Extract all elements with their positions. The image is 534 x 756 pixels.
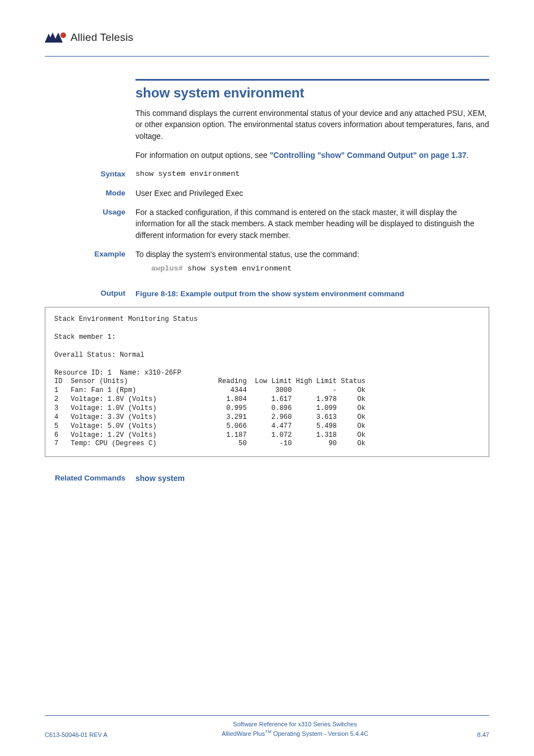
usage-value: For a stacked configuration, if this com… — [135, 207, 489, 241]
svg-point-3 — [60, 32, 66, 38]
related-commands-row: Related Commands show system — [45, 473, 489, 484]
syntax-label: Syntax — [45, 169, 135, 180]
heading-block: show system environment This command dis… — [135, 79, 489, 161]
page-footer: C613-50046-01 REV A Software Reference f… — [45, 720, 489, 738]
intro-p2-suffix: . — [466, 151, 469, 160]
related-show-system-link[interactable]: show system — [135, 474, 185, 483]
brand-header: Allied Telesis — [45, 28, 489, 47]
intro-paragraph-1: This command displays the current enviro… — [135, 108, 489, 142]
usage-label: Usage — [45, 207, 135, 218]
example-text: To display the system's environmental st… — [135, 250, 359, 259]
cli-command: show system environment — [183, 264, 292, 273]
page-title: show system environment — [135, 85, 489, 101]
footer-center-line2: AlliedWare PlusTM Operating System - Ver… — [134, 729, 456, 738]
footer-doc-id: C613-50046-01 REV A — [45, 731, 134, 738]
footer-product-name: AlliedWare Plus — [222, 730, 265, 737]
example-row: Example To display the system's environm… — [45, 249, 489, 274]
brand-name: Allied Telesis — [71, 31, 133, 44]
intro-paragraph-2: For information on output options, see "… — [135, 150, 489, 161]
footer-center: Software Reference for x310 Series Switc… — [134, 720, 456, 738]
syntax-value: show system environment — [135, 169, 489, 180]
header-divider — [45, 56, 489, 57]
footer-center-line1: Software Reference for x310 Series Switc… — [134, 720, 456, 729]
footer-version: Operating System - Version 5.4.4C — [271, 730, 368, 737]
example-command-line: awplus# show system environment — [151, 263, 489, 274]
mode-value: User Exec and Privileged Exec — [135, 188, 489, 199]
output-label: Output — [45, 288, 135, 299]
footer-divider — [45, 715, 489, 716]
intro-p2-prefix: For information on output options, see — [135, 151, 270, 160]
figure-caption: Figure 8-18: Example output from the sho… — [135, 290, 404, 298]
output-caption-wrap: Figure 8-18: Example output from the sho… — [135, 288, 489, 300]
mode-label: Mode — [45, 188, 135, 199]
syntax-row: Syntax show system environment — [45, 169, 489, 180]
example-output-box: Stack Environment Monitoring Status Stac… — [45, 307, 489, 457]
related-commands-label: Related Commands — [45, 473, 135, 484]
footer-page-number: 8.47 — [456, 731, 489, 738]
mode-row: Mode User Exec and Privileged Exec — [45, 188, 489, 199]
brand-logo-icon — [45, 31, 67, 44]
page: Allied Telesis show system environment T… — [0, 0, 534, 756]
definition-list: Syntax show system environment Mode User… — [45, 169, 489, 299]
usage-row: Usage For a stacked configuration, if th… — [45, 207, 489, 241]
example-label: Example — [45, 249, 135, 260]
output-row: Output Figure 8-18: Example output from … — [45, 288, 489, 300]
related-commands-body: show system — [135, 473, 489, 484]
trademark-symbol: TM — [265, 729, 271, 734]
example-value: To display the system's environmental st… — [135, 249, 489, 274]
heading-top-rule — [135, 79, 489, 81]
controlling-show-link[interactable]: "Controlling "show" Command Output" on p… — [270, 151, 467, 160]
cli-prompt: awplus# — [151, 264, 183, 273]
